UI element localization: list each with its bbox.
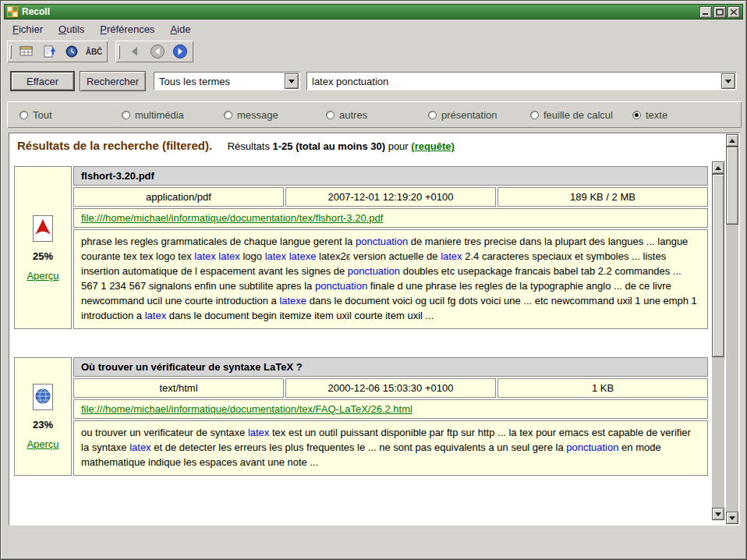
radio-icon	[224, 111, 232, 119]
clear-search-button[interactable]	[16, 43, 37, 61]
results-header: Résultats de la recherche (filtered). Ré…	[9, 133, 739, 154]
results-title: Résultats de la recherche (filtered).	[17, 139, 212, 152]
update-index-button[interactable]	[38, 43, 59, 61]
filter-radio-option[interactable]: feuille de calcul	[530, 109, 632, 121]
term-explorer-button[interactable]	[61, 43, 82, 61]
result-url-row: file:///home/michael/informatique/docume…	[73, 399, 708, 419]
results-list: 25% Aperçu flshort-3.20.pdf application/…	[12, 161, 708, 523]
result-title: flshort-3.20.pdf	[73, 166, 708, 186]
filter-radio-option[interactable]: autres	[326, 109, 428, 121]
search-mode-value: Tous les termes	[154, 76, 285, 87]
scroll-up-button[interactable]	[712, 161, 724, 174]
scrollbar-thumb[interactable]	[726, 147, 738, 225]
result-snippet: ou trouver un verificateur de syntaxe la…	[73, 420, 708, 476]
filter-radio-option[interactable]: Tout	[19, 109, 122, 121]
next-page-button[interactable]	[169, 43, 190, 61]
recoll-app-icon	[7, 6, 18, 17]
result-title: Où trouver un vérificateur de syntaxe La…	[73, 357, 708, 377]
radio-icon	[428, 111, 437, 119]
next-page-icon	[172, 44, 188, 59]
minimize-button[interactable]	[699, 6, 712, 18]
scrollbar-track[interactable]	[726, 147, 738, 512]
pdf-icon	[30, 214, 55, 243]
relevance-percent: 25%	[33, 250, 53, 262]
scrollbar-track[interactable]	[712, 174, 724, 508]
result-url-link[interactable]: file:///home/michael/informatique/docume…	[81, 212, 383, 224]
close-button[interactable]	[728, 6, 740, 18]
results-pour-label: pour	[388, 140, 409, 152]
filter-label: présentation	[441, 109, 497, 121]
filter-label: message	[237, 109, 278, 121]
minimize-icon	[702, 9, 710, 16]
result-date: 2000-12-06 15:03:30 +0100	[285, 378, 496, 398]
arrow-up-icon	[729, 139, 735, 143]
filter-label: autres	[339, 109, 367, 121]
menu-item-outils[interactable]: Outils	[51, 22, 91, 37]
filter-label: multimédia	[135, 109, 184, 121]
search-query-combo[interactable]	[306, 72, 737, 90]
filter-radio-option[interactable]: présentation	[428, 109, 530, 121]
result-side-panel: 25% Aperçu	[14, 166, 72, 329]
results-count-label: Résultats	[228, 140, 270, 152]
spellcheck-button[interactable]: ÂBĈ	[83, 43, 104, 61]
result-url-row: file:///home/michael/informatique/docume…	[73, 208, 708, 228]
filter-label: texte	[646, 109, 667, 121]
result-date: 2007-12-01 12:19:20 +0100	[285, 187, 496, 207]
scroll-up-button[interactable]	[726, 134, 738, 147]
preview-link[interactable]: Aperçu	[27, 270, 58, 282]
radio-icon	[632, 111, 641, 119]
search-query-input[interactable]	[307, 76, 721, 87]
filter-label: Tout	[33, 109, 52, 121]
search-mode-dropdown-button[interactable]	[285, 73, 299, 89]
term-explorer-icon	[64, 44, 80, 58]
scroll-down-button[interactable]	[726, 512, 738, 524]
menu-item-preferences[interactable]: Préférences	[93, 22, 161, 37]
radio-icon	[122, 111, 130, 119]
filter-radio-option[interactable]: message	[224, 109, 326, 121]
clear-search-icon	[19, 44, 34, 58]
menu-item-fichier[interactable]: Fichier	[5, 22, 50, 37]
toolbar: ÂBĈ	[7, 41, 193, 62]
result-mime-type: application/pdf	[73, 187, 284, 207]
result-item: 25% Aperçu flshort-3.20.pdf application/…	[14, 166, 708, 329]
scrollbar-thumb[interactable]	[712, 174, 724, 357]
recoll-window: Recoll Fichier Outils Préférences Aide	[0, 0, 747, 560]
previous-page-icon	[150, 44, 165, 59]
clear-button[interactable]: Effacer	[10, 71, 75, 91]
html-icon	[30, 383, 55, 411]
search-mode-select[interactable]: Tous les termes	[154, 72, 300, 90]
result-side-panel: 23% Aperçu	[14, 357, 72, 476]
window-title: Recoll	[22, 6, 696, 17]
query-link[interactable]: (requête)	[411, 140, 455, 152]
result-size: 1 KB	[497, 378, 708, 398]
result-detail: flshort-3.20.pdf application/pdf 2007-12…	[73, 166, 708, 329]
scroll-down-button[interactable]	[712, 508, 724, 520]
close-icon	[730, 9, 738, 16]
menubar: Fichier Outils Préférences Aide	[5, 22, 197, 37]
result-meta-row: application/pdf 2007-12-01 12:19:20 +010…	[73, 187, 708, 207]
arrow-up-icon	[715, 166, 721, 170]
maximize-icon	[716, 9, 724, 16]
result-detail: Où trouver un vérificateur de syntaxe La…	[73, 357, 708, 476]
filter-radio-option[interactable]: multimédia	[122, 109, 224, 121]
results-list-scrollbar[interactable]	[712, 161, 724, 520]
toolbar-grip[interactable]	[118, 44, 120, 58]
result-url-link[interactable]: file:///home/michael/informatique/docume…	[81, 403, 412, 415]
query-history-dropdown-button[interactable]	[721, 73, 735, 89]
previous-page-button[interactable]	[147, 43, 168, 61]
first-page-button[interactable]	[124, 43, 145, 61]
spellcheck-icon: ÂBĈ	[86, 48, 103, 56]
toolbar-grip[interactable]	[9, 44, 12, 58]
titlebar[interactable]: Recoll	[4, 4, 743, 19]
maximize-button[interactable]	[713, 6, 726, 18]
filter-radio-option[interactable]: texte	[632, 109, 735, 121]
search-button[interactable]: Rechercher	[80, 71, 146, 91]
chevron-down-icon	[289, 80, 295, 83]
results-range: 1-25 (total au moins 30)	[273, 140, 385, 152]
preview-link[interactable]: Aperçu	[27, 438, 58, 450]
results-pane-scrollbar[interactable]	[726, 134, 738, 524]
toolbar-group-nav	[115, 41, 193, 62]
radio-icon	[326, 111, 335, 119]
menu-item-aide[interactable]: Aide	[163, 22, 197, 37]
result-meta-row: text/html 2000-12-06 15:03:30 +0100 1 KB	[73, 378, 708, 398]
